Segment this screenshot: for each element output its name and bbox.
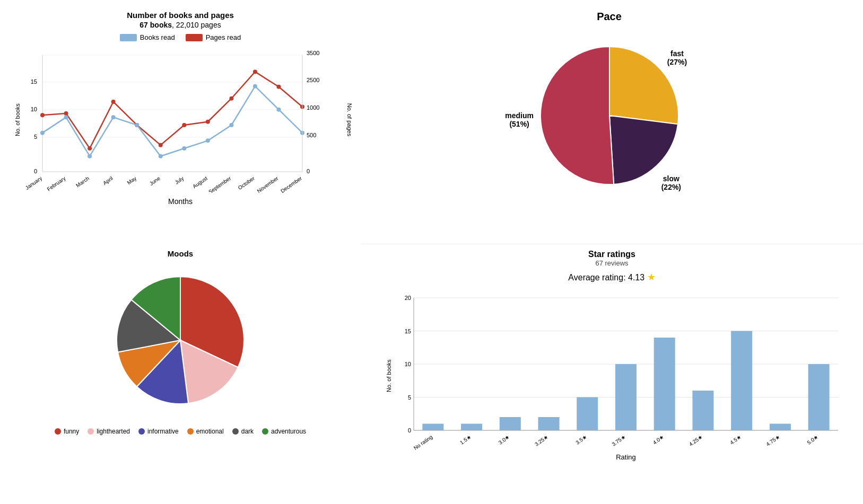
star-icon: ★ xyxy=(647,272,656,282)
svg-text:April: April xyxy=(102,175,114,186)
bar-chart-svg: 05101520No rating1.5★3.0★3.25★3.5★3.75★4… xyxy=(393,287,849,462)
svg-text:4.75★: 4.75★ xyxy=(765,434,781,447)
bar-y-label: No. of books xyxy=(386,359,392,392)
svg-text:5: 5 xyxy=(34,134,37,140)
svg-text:June: June xyxy=(149,175,161,187)
line-chart-svg: 0 5 10 15 0 500 1000 2500 3500 JanuaryFe… xyxy=(16,45,324,193)
svg-rect-73 xyxy=(538,417,560,430)
svg-point-36 xyxy=(253,69,257,74)
moods-container: funnylightheartedinformativeemotionaldar… xyxy=(11,263,350,435)
svg-point-45 xyxy=(182,146,186,151)
svg-text:August: August xyxy=(191,175,208,190)
line-chart-subtitle: 67 books, 22,010 pages xyxy=(11,21,350,29)
pace-pie-svg: fast(27%)slow(22%)medium(51%) xyxy=(503,28,716,198)
line-chart-section: Number of books and pages 67 books, 22,0… xyxy=(0,0,361,244)
dashboard: Number of books and pages 67 books, 22,0… xyxy=(0,0,863,504)
legend-informative: informative xyxy=(138,428,179,435)
svg-text:0: 0 xyxy=(307,168,310,174)
svg-text:3.0★: 3.0★ xyxy=(498,434,511,446)
svg-text:medium(51%): medium(51%) xyxy=(505,111,534,128)
y-left-label: No. of books xyxy=(14,103,21,136)
ratings-title: Star ratings xyxy=(371,250,852,259)
svg-text:15: 15 xyxy=(405,328,411,334)
svg-text:Rating: Rating xyxy=(616,453,636,461)
svg-point-44 xyxy=(159,154,163,158)
star-ratings-section: Star ratings 67 reviews Average rating: … xyxy=(361,244,863,504)
svg-text:September: September xyxy=(207,175,232,193)
svg-text:slow(22%): slow(22%) xyxy=(661,174,681,191)
svg-rect-69 xyxy=(461,424,482,431)
svg-rect-83 xyxy=(731,331,752,431)
svg-rect-67 xyxy=(422,424,443,431)
svg-text:November: November xyxy=(256,175,280,193)
line-chart-legend: Books read Pages read xyxy=(11,33,350,41)
svg-text:5.0★: 5.0★ xyxy=(806,434,820,446)
svg-text:15: 15 xyxy=(31,78,37,85)
avg-rating: Average rating: 4.13 ★ xyxy=(371,271,852,283)
svg-text:No rating: No rating xyxy=(413,434,434,451)
svg-point-42 xyxy=(111,115,116,119)
svg-point-46 xyxy=(206,138,210,143)
moods-legend: funnylightheartedinformativeemotionaldar… xyxy=(55,428,306,435)
svg-text:2500: 2500 xyxy=(307,77,319,83)
svg-text:1000: 1000 xyxy=(307,104,319,111)
svg-point-32 xyxy=(159,143,163,147)
svg-point-29 xyxy=(88,146,92,151)
svg-rect-79 xyxy=(654,338,675,430)
svg-text:fast(27%): fast(27%) xyxy=(667,49,686,66)
svg-point-35 xyxy=(229,96,233,101)
y-right-label: No. of pages xyxy=(346,103,353,136)
moods-section: Moods funnylightheartedinformativeemotio… xyxy=(0,244,361,504)
svg-text:500: 500 xyxy=(307,132,316,138)
pace-section: Pace fast(27%)slow(22%)medium(51%) xyxy=(361,0,863,244)
pace-pie-container: fast(27%)slow(22%)medium(51%) xyxy=(371,28,847,198)
svg-point-41 xyxy=(88,154,92,158)
svg-text:4.25★: 4.25★ xyxy=(688,434,704,447)
ratings-subtitle: 67 reviews xyxy=(371,259,852,267)
svg-point-49 xyxy=(276,108,281,112)
svg-point-37 xyxy=(276,85,281,89)
svg-text:3.5★: 3.5★ xyxy=(574,434,588,446)
svg-text:10: 10 xyxy=(31,106,37,112)
pages-count: , 22,010 pages xyxy=(172,21,221,29)
bar-chart-wrapper: No. of books 05101520No rating1.5★3.0★3.… xyxy=(393,287,852,464)
svg-text:February: February xyxy=(46,175,67,192)
svg-text:4.5★: 4.5★ xyxy=(729,434,742,446)
avg-rating-text: Average rating: 4.13 xyxy=(568,273,644,282)
x-axis-label: Months xyxy=(11,197,350,206)
legend-pages-label: Pages read xyxy=(206,33,241,41)
books-count: 67 books xyxy=(140,21,172,29)
svg-point-33 xyxy=(182,123,186,127)
svg-point-39 xyxy=(40,131,45,135)
svg-point-30 xyxy=(111,100,116,104)
svg-text:20: 20 xyxy=(405,295,411,301)
svg-rect-77 xyxy=(615,364,637,430)
svg-point-43 xyxy=(135,123,139,127)
svg-text:10: 10 xyxy=(405,361,411,367)
svg-text:3500: 3500 xyxy=(307,50,319,56)
svg-point-47 xyxy=(229,123,233,127)
legend-pages: Pages read xyxy=(186,33,241,41)
svg-text:3.75★: 3.75★ xyxy=(611,434,627,447)
svg-point-27 xyxy=(40,113,45,117)
svg-rect-87 xyxy=(808,364,830,430)
svg-text:3.25★: 3.25★ xyxy=(534,434,550,447)
svg-rect-81 xyxy=(692,391,713,430)
legend-dark: dark xyxy=(232,428,254,435)
pace-title: Pace xyxy=(371,11,847,23)
svg-rect-75 xyxy=(577,397,598,431)
svg-text:January: January xyxy=(24,175,43,191)
moods-title: Moods xyxy=(11,249,350,258)
svg-text:5: 5 xyxy=(408,394,411,401)
svg-text:October: October xyxy=(237,175,256,191)
ratings-header: Star ratings 67 reviews xyxy=(371,250,852,267)
svg-point-40 xyxy=(64,115,68,119)
legend-adventurous: adventurous xyxy=(262,428,306,435)
svg-rect-85 xyxy=(770,424,791,431)
legend-funny: funny xyxy=(55,428,79,435)
svg-text:May: May xyxy=(126,175,138,186)
line-chart-wrapper: No. of books No. of pages 0 5 10 15 0 xyxy=(16,45,345,195)
svg-point-48 xyxy=(253,84,257,89)
legend-books-label: Books read xyxy=(140,33,175,41)
svg-text:0: 0 xyxy=(34,168,37,174)
